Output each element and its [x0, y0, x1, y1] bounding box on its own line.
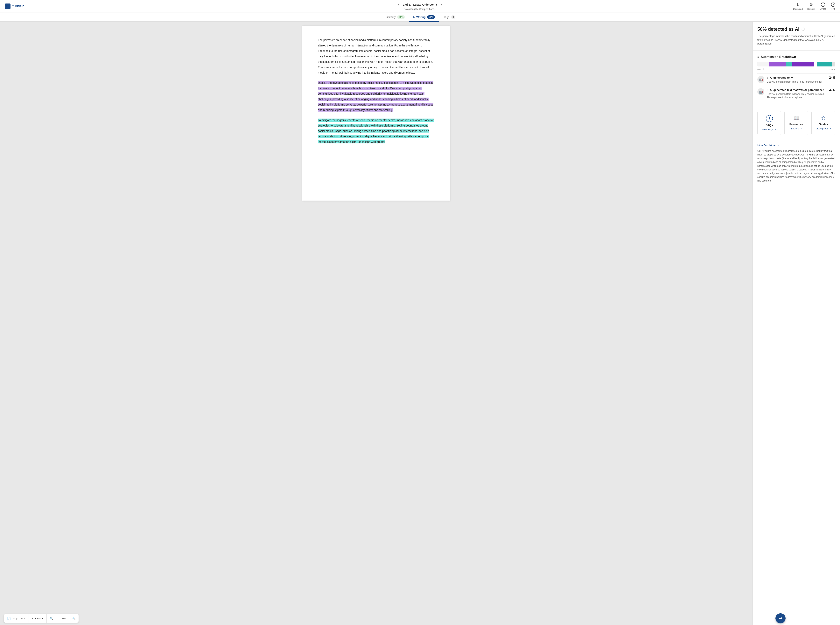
fab-icon: ↩ [779, 616, 782, 621]
download-label: Download [793, 8, 803, 10]
breakdown-num-2: 2 [767, 89, 768, 92]
tab-flags-badge: 0 [451, 16, 455, 19]
zoom-in-button[interactable]: 🔍 [69, 614, 79, 623]
zoom-out-icon: 🔍 [50, 617, 53, 620]
progress-segment-purple [769, 62, 786, 67]
next-doc-button[interactable]: › [439, 2, 444, 8]
progress-segment-purple2 [792, 62, 814, 67]
fab-button[interactable]: ↩ [775, 613, 785, 623]
help-action[interactable]: ? Help [831, 3, 835, 10]
resource-card-resources: 📖 Resources Explore ↗ [784, 111, 808, 135]
disclaimer-text: Our AI writing assessment is designed to… [757, 149, 835, 183]
disclaimer-section: Hide Disclaimer ▲ Our AI writing assessm… [753, 140, 840, 187]
tab-ai-writing-badge: 56% [427, 16, 435, 19]
breakdown-robot-icon-1: 🤖 [757, 76, 764, 83]
paragraph-1: The pervasive presence of social media p… [318, 37, 435, 75]
bottom-toolbar: 📄 Page 1 of 4 738 words 🔍 100% 🔍 [4, 614, 79, 623]
tab-flags[interactable]: Flags 0 [439, 12, 459, 22]
help-icon: ? [831, 3, 835, 7]
progress-labels: page 1 page 4 [757, 68, 835, 70]
breakdown-section: ≡ Submission Breakdown page 1 page 4 🤖 [753, 51, 840, 106]
zoom-in-icon: 🔍 [72, 617, 75, 620]
breakdown-num-1: 1 [767, 76, 768, 79]
header-center: ‹ 1 of 17: Lucas Anderson ▾ › Navigating… [396, 2, 444, 11]
page-indicator[interactable]: 📄 Page 1 of 4 [4, 614, 29, 623]
breakdown-title-2: AI-generated text that was AI-paraphrase… [770, 89, 824, 92]
breakdown-header: ≡ Submission Breakdown [757, 55, 835, 59]
right-panel: 56% detected as AI ⓘ The percentage indi… [753, 22, 840, 625]
breakdown-content-1: 1 AI-generated only Likely AI-generated … [767, 76, 835, 84]
breakdown-list-icon: ≡ [757, 55, 759, 59]
header-right: ⬇ Download ⚙ Settings i Details ? Help [793, 2, 835, 10]
details-label: Details [820, 8, 826, 10]
tab-similarity[interactable]: Similarity 23% [381, 12, 409, 22]
svg-text:T: T [6, 4, 8, 8]
page-label: Page 1 of 4 [12, 617, 25, 620]
guides-link[interactable]: View guides ↗ [816, 127, 831, 130]
disclaimer-toggle[interactable]: Hide Disclaimer ▲ [757, 144, 835, 147]
breakdown-content-2: 2 AI-generated text that was AI-paraphra… [767, 88, 835, 99]
logo: T turnitin [5, 3, 25, 9]
header: T turnitin ‹ 1 of 17: Lucas Anderson ▾ ›… [0, 0, 840, 12]
tab-similarity-label: Similarity [385, 16, 396, 19]
prev-doc-button[interactable]: ‹ [396, 2, 401, 8]
tab-ai-writing[interactable]: AI Writing 56% [409, 12, 439, 22]
faqs-title: FAQs [766, 124, 773, 127]
word-count-value: 738 words [32, 617, 44, 620]
details-icon: i [821, 3, 825, 7]
header-left: T turnitin [5, 3, 25, 9]
doc-nav: ‹ 1 of 17: Lucas Anderson ▾ › [396, 2, 444, 8]
document-area[interactable]: The pervasive presence of social media p… [0, 22, 753, 625]
progress-segment-teal2 [817, 62, 832, 67]
doc-title[interactable]: 1 of 17: Lucas Anderson ▾ [403, 3, 437, 6]
resources-title: Resources [789, 123, 803, 126]
zoom-level: 100% [56, 614, 69, 623]
guides-title: Guides [819, 123, 828, 126]
download-action[interactable]: ⬇ Download [793, 2, 803, 10]
help-label: Help [831, 8, 835, 10]
resource-card-guides: ☆ Guides View guides ↗ [811, 111, 835, 135]
highlight-teal-1: To mitigate the negative effects of soci… [318, 118, 434, 143]
breakdown-pct-2: 32% [827, 88, 835, 92]
breakdown-item-1: 🤖 1 AI-generated only Likely AI-generate… [757, 73, 835, 86]
breakdown-row-1: 1 AI-generated only Likely AI-generated … [767, 76, 835, 84]
breakdown-item-2: 🤖 2 AI-generated text that was AI-paraph… [757, 86, 835, 101]
ai-info-icon[interactable]: ⓘ [801, 27, 805, 31]
breakdown-desc-1: Likely AI-generated text from a large-la… [767, 80, 827, 84]
tab-flags-label: Flags [443, 16, 449, 19]
document-page: The pervasive presence of social media p… [302, 26, 450, 201]
ai-description: The percentage indicates the combined am… [757, 34, 835, 46]
doc-subtitle: Navigating the Complex Land... [404, 8, 436, 11]
external-link-icon-3: ↗ [829, 127, 831, 130]
progress-bar [757, 62, 835, 67]
highlight-purple-1: Despite the myriad challenges posed by s… [318, 81, 433, 112]
settings-label: Settings [807, 8, 815, 10]
ai-percentage-header: 56% detected as AI ⓘ [757, 26, 835, 32]
resources-icon: 📖 [793, 115, 799, 121]
disclaimer-toggle-label: Hide Disclaimer [757, 144, 776, 147]
breakdown-pct-1: 24% [827, 76, 835, 79]
external-link-icon-2: ↗ [800, 127, 802, 130]
tab-ai-writing-label: AI Writing [413, 16, 425, 19]
ai-percentage-section: 56% detected as AI ⓘ The percentage indi… [753, 22, 840, 51]
zoom-out-button[interactable]: 🔍 [47, 614, 56, 623]
paragraph-3: To mitigate the negative effects of soci… [318, 117, 435, 145]
page-icon: 📄 [7, 617, 11, 620]
faqs-icon: ? [766, 115, 773, 122]
breakdown-row-2: 2 AI-generated text that was AI-paraphra… [767, 88, 835, 99]
details-action[interactable]: i Details [820, 3, 826, 10]
faqs-link[interactable]: View FAQs ↗ [762, 128, 776, 131]
breakdown-robot-icon-2: 🤖 [757, 88, 764, 95]
progress-label-page4: page 4 [829, 68, 835, 70]
progress-label-page1: page 1 [757, 68, 764, 70]
resource-card-faqs: ? FAQs View FAQs ↗ [757, 111, 781, 135]
logo-text: turnitin [12, 4, 25, 8]
tabs-bar: Similarity 23% AI Writing 56% Flags 0 [0, 12, 840, 22]
breakdown-title-1: AI-generated only [770, 76, 793, 79]
guides-icon: ☆ [821, 115, 826, 121]
settings-action[interactable]: ⚙ Settings [807, 2, 815, 10]
tab-similarity-badge: 23% [397, 16, 405, 19]
ai-percent-value: 56% detected as AI [757, 26, 799, 32]
resources-link[interactable]: Explore ↗ [791, 127, 802, 130]
turnitin-logo-icon: T [5, 3, 11, 9]
